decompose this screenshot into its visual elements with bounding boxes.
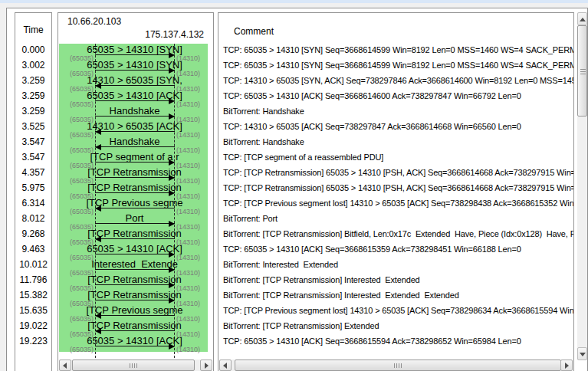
time-value[interactable]: 3.547 (15, 150, 51, 166)
comment-row[interactable]: BitTorrent: [TCP Retransmission] Interes… (218, 273, 573, 288)
comment-row[interactable]: TCP: 65035 > 14310 [ACK] Seq=3668615594 … (218, 334, 573, 350)
comment-row[interactable]: BitTorrent: Interested Extended (218, 258, 573, 273)
time-value[interactable]: 3.259 (15, 89, 51, 104)
arrow-shaft (95, 192, 175, 193)
comment-row[interactable]: TCP: [TCP Previous segment lost] 14310 >… (218, 196, 573, 212)
time-value[interactable]: 19.223 (15, 334, 51, 350)
node-right-ip-label: 175.137.4.132 (145, 29, 204, 40)
arrowhead-icon (95, 313, 101, 319)
time-value[interactable]: 3.547 (15, 135, 51, 150)
scroll-left-icon (63, 363, 67, 369)
scroll-right-button[interactable] (560, 360, 573, 371)
flow-graph-row[interactable]: 65035 > 14310 [SYN] (65035) (14310) (58, 43, 213, 58)
flow-graph-row[interactable]: 65035 > 14310 [ACK] (65035) (14310) (58, 334, 213, 350)
comment-vertical-scrollbar[interactable] (577, 12, 587, 360)
comment-row[interactable]: TCP: [TCP segment of a reassembled PDU] (218, 150, 573, 166)
flow-graph-row[interactable]: [TCP Retransmission (65035) (14310) (58, 273, 213, 288)
arrow-shaft (95, 162, 175, 163)
arrow-shaft (95, 70, 175, 71)
arrow-shaft (95, 85, 175, 86)
arrowhead-icon (169, 159, 175, 166)
time-value[interactable]: 3.259 (15, 74, 51, 89)
time-value[interactable]: 3.002 (15, 58, 51, 74)
flow-graph-row[interactable]: Interested Extende (65035) (14310) (58, 258, 213, 273)
arrowhead-icon (95, 236, 101, 242)
comment-row[interactable]: BitTorrent: Handshake (218, 104, 573, 120)
scroll-up-button[interactable] (577, 12, 587, 25)
arrowhead-icon (169, 52, 175, 58)
scroll-thumb[interactable] (577, 25, 587, 117)
comment-row[interactable]: BitTorrent: Handshake (218, 135, 573, 150)
scroll-right-icon (205, 363, 209, 369)
arrowhead-icon (95, 129, 101, 135)
flow-graph-row[interactable]: [TCP Retransmission (65035) (14310) (58, 166, 213, 181)
arrow-shaft (95, 208, 175, 208)
time-value[interactable]: 4.357 (15, 166, 51, 181)
flow-graph-row[interactable]: Port (65035) (14310) (58, 212, 213, 227)
comment-row[interactable]: TCP: [TCP Retransmission] 65035 > 14310 … (218, 181, 573, 196)
comment-row[interactable]: TCP: [TCP Retransmission] 65035 > 14310 … (218, 166, 573, 181)
flow-graph-row[interactable]: 65035 > 14310 [SYN] (65035) (14310) (58, 58, 213, 74)
time-value[interactable]: 15.635 (15, 304, 51, 319)
scroll-left-icon (223, 363, 227, 369)
scroll-grip-icon (394, 363, 402, 368)
flow-horizontal-scrollbar[interactable] (59, 360, 212, 371)
scroll-grip-icon (130, 363, 137, 368)
comment-horizontal-scrollbar[interactable] (219, 360, 573, 371)
arrow-shaft (95, 284, 175, 285)
scroll-right-button[interactable] (200, 360, 212, 371)
comment-row[interactable]: TCP: 65035 > 14310 [ACK] Seq=3668615359 … (218, 242, 573, 258)
scroll-thumb[interactable] (235, 360, 561, 371)
comment-row[interactable]: TCP: [TCP Previous segment lost] 14310 >… (218, 304, 573, 319)
time-value[interactable]: 3.259 (15, 104, 51, 120)
comment-row[interactable]: TCP: 65035 > 14310 [SYN] Seq=3668614599 … (218, 43, 573, 58)
time-value[interactable]: 3.525 (15, 120, 51, 135)
flow-graph-row[interactable]: 65035 > 14310 [ACK] (65035) (14310) (58, 242, 213, 258)
flow-graph-row[interactable]: Handshake (65035) (14310) (58, 135, 213, 150)
time-value[interactable]: 9.463 (15, 242, 51, 258)
arrow-shaft (95, 315, 175, 316)
flow-graph-row[interactable]: [TCP segment of a r (65035) (14310) (58, 150, 213, 166)
comment-row[interactable]: BitTorrent: [TCP Retransmission] Bitfiel… (218, 227, 573, 242)
arrowhead-icon (169, 175, 175, 181)
flow-graph-row[interactable]: [TCP Previous segme (65035) (14310) (58, 304, 213, 319)
comment-row[interactable]: TCP: 65035 > 14310 [ACK] Seq=3668614600 … (218, 89, 573, 104)
comment-row[interactable]: TCP: 14310 > 65035 [SYN, ACK] Seq=738297… (218, 74, 573, 89)
comment-row[interactable]: TCP: 65035 > 14310 [SYN] Seq=3668614599 … (218, 58, 573, 74)
flow-graph-row[interactable]: [TCP Retransmission (65035) (14310) (58, 319, 213, 334)
scroll-down-button[interactable] (577, 347, 587, 360)
time-value[interactable]: 10.012 (15, 258, 51, 273)
comment-row[interactable]: BitTorrent: [TCP Retransmission] Interes… (218, 288, 573, 304)
comment-row[interactable]: TCP: 14310 > 65035 [ACK] Seq=738297847 A… (218, 120, 573, 135)
scroll-left-button[interactable] (219, 360, 232, 371)
time-value[interactable]: 9.268 (15, 227, 51, 242)
comment-row[interactable]: BitTorrent: [TCP Retransmission] Extende… (218, 319, 573, 334)
time-value[interactable]: 19.022 (15, 319, 51, 334)
time-value[interactable]: 8.012 (15, 212, 51, 227)
flow-graph-row[interactable]: 14310 > 65035 [ACK] (65035) (14310) (58, 120, 213, 135)
arrow-shaft (95, 131, 175, 132)
time-value[interactable]: 6.314 (15, 196, 51, 212)
flow-graph-row[interactable]: [TCP Previous segme (65035) (14310) (58, 196, 213, 212)
time-value[interactable]: 15.382 (15, 288, 51, 304)
arrowhead-icon (169, 282, 175, 288)
aero-strip (0, 0, 588, 3)
scroll-thumb[interactable] (72, 360, 195, 371)
arrow-shaft (95, 116, 175, 117)
arrow-shaft (95, 223, 175, 224)
time-value[interactable]: 11.796 (15, 273, 51, 288)
time-value[interactable]: 0.000 (15, 43, 51, 58)
comment-row[interactable]: BitTorrent: Port (218, 212, 573, 227)
time-value[interactable]: 5.975 (15, 181, 51, 196)
flow-graph-row[interactable]: Handshake (65035) (14310) (58, 104, 213, 120)
scroll-left-button[interactable] (59, 360, 71, 371)
flow-graph-row[interactable]: 65035 > 14310 [ACK] (65035) (14310) (58, 89, 213, 104)
flow-graph-row[interactable]: 14310 > 65035 [SYN, (65035) (14310) (58, 74, 213, 89)
arrowhead-icon (95, 83, 101, 89)
arrow-shaft (95, 254, 175, 254)
time-column-header: Time (15, 25, 51, 35)
flow-graph-row[interactable]: [TCP Retransmission (65035) (14310) (58, 227, 213, 242)
arrow-shaft (95, 238, 175, 239)
flow-graph-row[interactable]: [TCP Retransmission (65035) (14310) (58, 181, 213, 196)
flow-graph-row[interactable]: [TCP Retransmission (65035) (14310) (58, 288, 213, 304)
